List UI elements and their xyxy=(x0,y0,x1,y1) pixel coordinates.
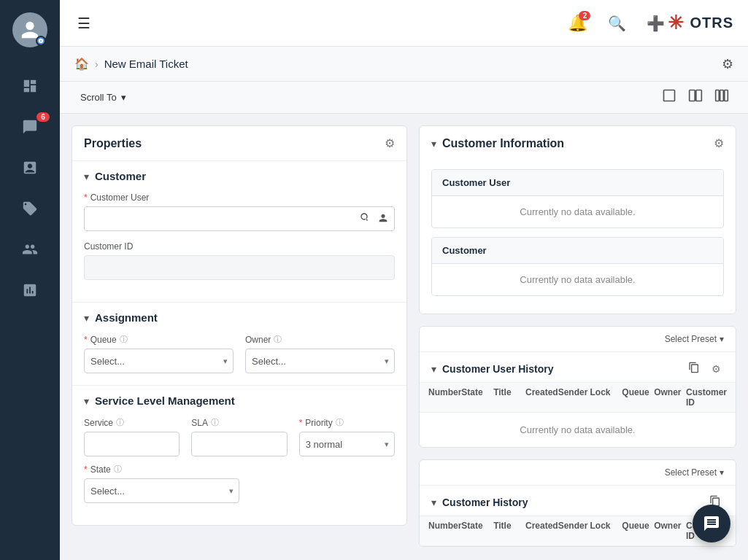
customer-user-history-header: Select Preset ▾ xyxy=(420,327,736,352)
otrs-star-icon: ✳ xyxy=(668,12,684,34)
col-title: Title xyxy=(493,387,525,408)
layout-two-col-button[interactable] xyxy=(684,85,707,109)
service-input[interactable] xyxy=(84,432,180,456)
layout-single-button[interactable] xyxy=(658,85,681,109)
ch-col-queue: Queue xyxy=(622,521,654,541)
sla-info-icon: ⓘ xyxy=(211,417,219,428)
content-area: Properties ⚙ ▾ Customer * Customer User xyxy=(60,114,748,560)
toolbar: Scroll To ▾ xyxy=(60,82,748,114)
priority-field-col: * Priority ⓘ 3 normal 1 very low 2 low 4… xyxy=(299,417,395,456)
queue-select[interactable]: Select... xyxy=(84,349,234,373)
priority-select-wrapper: 3 normal 1 very low 2 low 4 high 5 very … xyxy=(299,432,395,456)
properties-panel: Properties ⚙ ▾ Customer * Customer User xyxy=(72,125,407,548)
notification-button[interactable]: 🔔 2 xyxy=(565,11,590,36)
col-customer-id: Customer ID xyxy=(686,387,727,408)
ch-col-state: State xyxy=(461,521,493,541)
breadcrumb-current-page: New Email Ticket xyxy=(104,58,188,70)
scroll-to-button[interactable]: Scroll To ▾ xyxy=(74,89,132,106)
breadcrumb-actions: ⚙ xyxy=(722,56,733,72)
customer-history-card: Select Preset ▾ ▾ Customer History xyxy=(419,459,736,547)
service-label: Service ⓘ xyxy=(84,417,180,428)
customer-info-settings-button[interactable]: ⚙ xyxy=(714,136,724,150)
col-state: State xyxy=(461,387,493,408)
customer-history-title-row: ▾ Customer History xyxy=(420,486,736,516)
slm-section-header[interactable]: ▾ Service Level Management xyxy=(84,394,395,407)
customer-user-info-block: Customer User Currently no data availabl… xyxy=(431,169,724,228)
owner-select-wrapper: Select... ▾ xyxy=(245,349,395,373)
customer-user-input[interactable] xyxy=(84,206,395,231)
history-copy-icon[interactable] xyxy=(685,359,703,378)
assignment-section-title: Assignment xyxy=(95,311,158,324)
ch-col-owner: Owner xyxy=(654,521,686,541)
otrs-logo-text: OTRS xyxy=(690,15,733,31)
svg-rect-4 xyxy=(720,90,724,101)
col-lock: Lock xyxy=(590,387,622,408)
customer-id-label: Customer ID xyxy=(84,241,395,252)
owner-select[interactable]: Select... xyxy=(245,349,395,373)
notification-badge: 2 xyxy=(579,11,590,20)
breadcrumb: 🏠 › New Email Ticket xyxy=(74,57,188,71)
col-queue: Queue xyxy=(622,387,654,408)
col-created: Created xyxy=(525,387,558,408)
customer-user-label: * Customer User xyxy=(84,192,395,203)
chat-fab-button[interactable] xyxy=(693,505,730,542)
customer-history-table-header: Number State Title Created Sender Lock Q… xyxy=(420,516,736,546)
avatar-container[interactable] xyxy=(0,0,60,60)
sla-input[interactable] xyxy=(191,432,287,456)
assignment-section-header[interactable]: ▾ Assignment xyxy=(84,311,395,324)
col-sender: Sender xyxy=(558,387,590,408)
hamburger-button[interactable]: ☰ xyxy=(74,12,93,35)
customer-history-preset-row: Select Preset ▾ xyxy=(665,467,724,478)
sidebar-item-groups[interactable] xyxy=(0,229,60,270)
service-field-col: Service ⓘ xyxy=(84,417,180,456)
customer-history-preset-chevron-icon: ▾ xyxy=(720,467,724,478)
customer-search-icon[interactable] xyxy=(355,210,373,228)
main-content: ☰ 🔔 2 🔍 ➕ ✳ OTRS 🏠 › New Email Ticket ⚙ xyxy=(60,0,748,560)
customer-info-chevron-icon: ▾ xyxy=(431,138,436,149)
col-number: Number xyxy=(428,387,461,408)
properties-card-title: Properties xyxy=(84,137,142,150)
customer-user-history-card: Select Preset ▾ ▾ Customer User History … xyxy=(419,326,736,448)
customer-user-block-body: Currently no data available. xyxy=(432,196,723,228)
owner-label: Owner ⓘ xyxy=(245,334,395,345)
col-owner: Owner xyxy=(654,387,686,408)
customer-user-history-table-header: Number State Title Created Sender Lock Q… xyxy=(420,383,736,413)
sidebar-item-tags[interactable] xyxy=(0,188,60,229)
scroll-to-label: Scroll To xyxy=(80,92,117,103)
customer-user-history-empty: Currently no data available. xyxy=(420,413,736,447)
customer-history-preset-button[interactable]: Select Preset ▾ xyxy=(665,467,724,478)
sidebar-item-reports[interactable] xyxy=(0,147,60,188)
owner-field-col: Owner ⓘ Select... ▾ xyxy=(245,334,395,373)
customer-chevron-icon: ▾ xyxy=(84,171,89,182)
customer-info-body: Customer User Currently no data availabl… xyxy=(420,160,736,314)
search-button[interactable]: 🔍 xyxy=(605,12,629,35)
avatar xyxy=(12,12,47,47)
assignment-chevron-icon: ▾ xyxy=(84,312,89,324)
new-item-button[interactable]: ➕ xyxy=(644,12,668,35)
history-settings-icon[interactable]: ⚙ xyxy=(709,359,724,378)
customer-info-title-row: ▾ Customer Information xyxy=(431,137,564,150)
customer-user-history-preset-button[interactable]: Select Preset ▾ xyxy=(665,334,724,344)
breadcrumb-home[interactable]: 🏠 xyxy=(74,57,89,71)
priority-select[interactable]: 3 normal 1 very low 2 low 4 high 5 very … xyxy=(299,432,395,456)
customer-history-header: Select Preset ▾ xyxy=(420,460,736,486)
page-settings-button[interactable]: ⚙ xyxy=(722,56,733,72)
topbar: ☰ 🔔 2 🔍 ➕ ✳ OTRS xyxy=(60,0,748,47)
slm-section: ▾ Service Level Management Service ⓘ xyxy=(72,385,406,525)
queue-select-wrapper: Select... ▾ xyxy=(84,349,234,373)
assignment-fields-row: * Queue ⓘ Select... ▾ Owner xyxy=(84,334,395,373)
sidebar-item-dashboard[interactable] xyxy=(0,66,60,106)
sidebar-item-stats[interactable] xyxy=(0,270,60,311)
properties-card-header: Properties ⚙ xyxy=(72,126,406,160)
properties-settings-button[interactable]: ⚙ xyxy=(385,136,395,150)
state-field-group: * State ⓘ Select... ▾ xyxy=(84,464,395,503)
state-select[interactable]: Select... xyxy=(84,478,239,503)
customer-section-header[interactable]: ▾ Customer xyxy=(84,170,395,182)
breadcrumb-bar: 🏠 › New Email Ticket ⚙ xyxy=(60,47,748,82)
breadcrumb-separator: › xyxy=(95,58,99,70)
priority-info-icon: ⓘ xyxy=(336,417,344,428)
customer-history-chevron-icon: ▾ xyxy=(431,497,436,508)
sidebar-item-tickets[interactable]: 6 xyxy=(0,106,60,147)
layout-three-col-button[interactable] xyxy=(710,85,733,109)
customer-profile-icon[interactable] xyxy=(374,210,392,228)
